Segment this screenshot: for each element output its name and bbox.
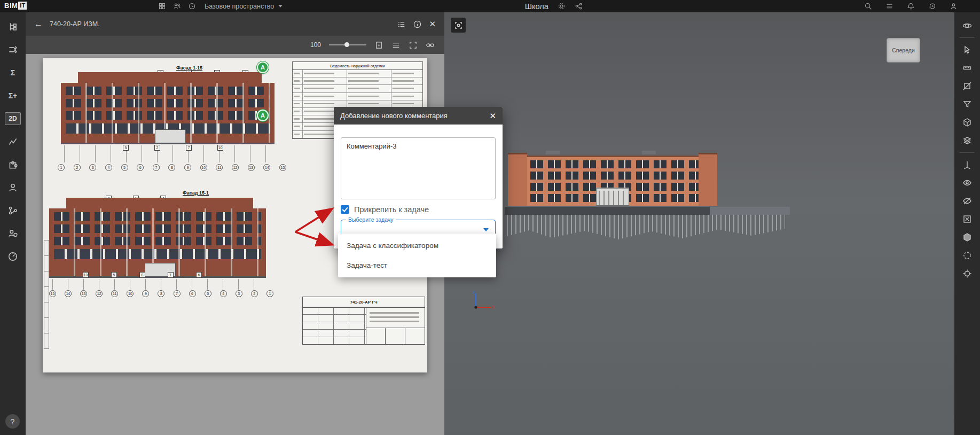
- close-panel-icon[interactable]: ✕: [429, 19, 436, 29]
- link-lock-icon[interactable]: [426, 41, 435, 50]
- chart-icon[interactable]: [0, 130, 26, 153]
- xray-icon[interactable]: [955, 246, 979, 265]
- filter-icon[interactable]: [955, 95, 979, 113]
- attach-to-task-row[interactable]: Прикрепить к задаче: [341, 205, 496, 214]
- annotations-list-icon[interactable]: [397, 20, 406, 29]
- plugins-puzzle-icon[interactable]: [0, 153, 26, 176]
- callout-tag: 8: [139, 272, 145, 278]
- comment-marker[interactable]: А: [257, 61, 269, 73]
- dimension-bubble: 8: [158, 290, 164, 297]
- facade-bottom-elevation: [49, 198, 266, 278]
- sum-add-icon[interactable]: Σ+: [0, 84, 26, 107]
- zoom-slider-knob[interactable]: [344, 42, 349, 47]
- measure-icon[interactable]: [955, 59, 979, 77]
- sum-icon[interactable]: Σ: [0, 61, 26, 84]
- region-select-icon[interactable]: [451, 18, 466, 33]
- show-eye-icon[interactable]: [955, 174, 979, 192]
- fullscreen-icon[interactable]: [409, 41, 418, 50]
- attach-checkbox[interactable]: [341, 205, 349, 214]
- structure-tree-icon[interactable]: [0, 15, 26, 38]
- attach-label: Прикрепить к задаче: [354, 205, 429, 214]
- view-cube-label: Спереди: [892, 47, 915, 53]
- dimension-bubble: 6: [189, 290, 196, 297]
- divider: [960, 152, 975, 153]
- remove-box-icon[interactable]: [955, 210, 979, 228]
- comment-input[interactable]: Комментарий-3: [341, 137, 496, 199]
- mode-2d-button[interactable]: 2D: [0, 107, 26, 130]
- close-icon[interactable]: ✕: [489, 111, 496, 121]
- hide-eye-off-icon[interactable]: [955, 192, 979, 210]
- facade-bottom-label: Фасад 15-1: [183, 190, 209, 196]
- zoom-value: 100: [310, 41, 321, 49]
- history-clock-icon[interactable]: [188, 2, 196, 10]
- drawing-viewer-header: ← 740-20-АР ИЗМ. ✕: [26, 12, 444, 36]
- menu-list-icon[interactable]: [885, 2, 893, 10]
- help-button[interactable]: ?: [5, 414, 20, 429]
- task-option-classifier[interactable]: Задача с классификатором: [338, 236, 496, 255]
- chevron-down-icon: [278, 5, 283, 10]
- task-option-test[interactable]: Задача-тест: [338, 255, 496, 275]
- team-icon[interactable]: [173, 2, 181, 10]
- dimension-bubble: 14: [65, 290, 72, 297]
- callouts-facade1-bottom: 52710: [123, 145, 223, 151]
- logo-prefix: BIM: [4, 2, 18, 10]
- rooftop-unit: [642, 151, 656, 154]
- view-cube-front[interactable]: Спереди: [887, 38, 920, 63]
- dimension-bubble: 12: [96, 290, 103, 297]
- select-cursor-icon[interactable]: [955, 41, 979, 59]
- sync-history-icon[interactable]: [928, 2, 936, 10]
- apps-icon[interactable]: [158, 2, 166, 10]
- user-location-icon[interactable]: [0, 222, 26, 245]
- workspace-label: Базовое пространство: [205, 3, 274, 10]
- facade-top-elevation: [61, 72, 275, 144]
- building-model[interactable]: [508, 156, 717, 206]
- dimension-bubble: 3: [236, 290, 242, 297]
- dimension-bubble: 1: [266, 290, 273, 297]
- branch-icon[interactable]: [0, 199, 26, 222]
- account-icon[interactable]: [950, 2, 958, 10]
- workspace-selector[interactable]: Базовое пространство: [205, 0, 283, 12]
- modal-body: Комментарий-3 Прикрепить к задаче Выбери…: [334, 125, 503, 248]
- back-arrow-icon[interactable]: ←: [34, 19, 43, 29]
- relations-icon[interactable]: [0, 38, 26, 61]
- comment-marker[interactable]: А: [257, 110, 269, 121]
- search-icon[interactable]: [864, 2, 872, 10]
- table-row: [293, 85, 422, 92]
- dimension-bubble: 2: [74, 164, 81, 171]
- user-icon[interactable]: [0, 176, 26, 199]
- align-lines-icon[interactable]: [391, 41, 401, 50]
- callout-tag: 5: [111, 272, 117, 278]
- layers-icon[interactable]: [955, 131, 979, 150]
- table-row: [293, 93, 422, 100]
- axis-gizmo: Z X: [470, 289, 496, 314]
- callout-tag: 6: [196, 272, 202, 278]
- spec-table-title: Ведомость наружной отделки: [293, 62, 422, 70]
- orbit-icon[interactable]: [955, 17, 979, 35]
- divider: [960, 37, 975, 38]
- notifications-bell-icon[interactable]: [907, 2, 915, 10]
- section-plane-icon[interactable]: [955, 77, 979, 95]
- model-viewport-3d[interactable]: Спереди Z X: [444, 12, 954, 435]
- share-icon[interactable]: [575, 2, 583, 10]
- cube-view-icon[interactable]: [955, 113, 979, 131]
- axes-icon[interactable]: [955, 156, 979, 174]
- dimension-bubble: 11: [111, 290, 118, 297]
- dimension-bubble: 5: [205, 290, 211, 297]
- dimension-bubble: 13: [80, 290, 87, 297]
- dimension-bubble: 13: [248, 164, 255, 171]
- app-root: BIM IT Базовое пространство Школа: [0, 0, 980, 435]
- focus-target-icon[interactable]: [955, 265, 979, 283]
- zoom-slider[interactable]: [329, 44, 366, 45]
- info-icon[interactable]: [413, 20, 422, 29]
- dashboard-gauge-icon[interactable]: [0, 245, 26, 268]
- settings-gear-icon[interactable]: [558, 2, 566, 10]
- solid-cube-icon[interactable]: [955, 228, 979, 246]
- title-block-code: 741-20-АР ГЧ: [303, 297, 425, 308]
- fit-page-icon[interactable]: [374, 41, 383, 50]
- dimension-bubble: 9: [184, 164, 191, 171]
- title-block-cells: [366, 328, 425, 344]
- callout-tag: 10: [83, 272, 89, 278]
- dimension-bubble: 15: [279, 164, 286, 171]
- topbar-center: Школа: [525, 0, 583, 12]
- modal-title: Добавление нового комментария: [340, 112, 448, 120]
